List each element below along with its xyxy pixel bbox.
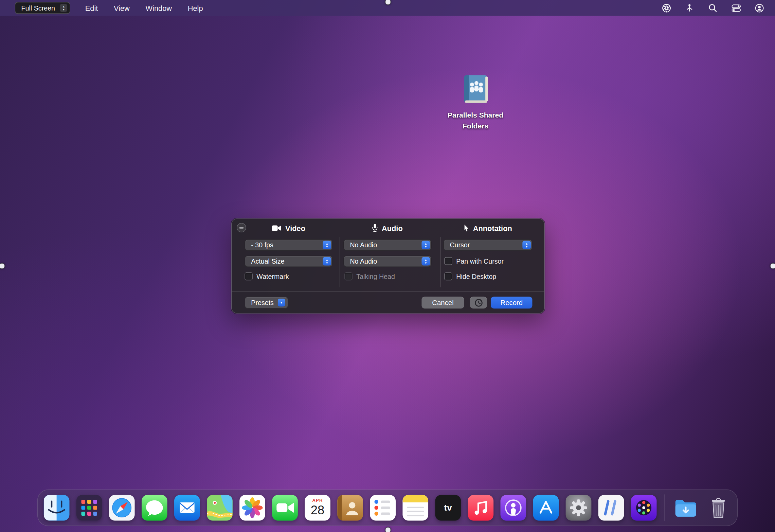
app-menus: Edit View Window Help xyxy=(85,4,203,12)
mail-icon[interactable] xyxy=(174,495,200,521)
region-handle-bottom[interactable] xyxy=(385,527,391,532)
apple-tv-icon[interactable]: tv xyxy=(435,495,461,521)
annotation-cursor-dropdown[interactable]: Cursor xyxy=(443,239,532,250)
launchpad-grid xyxy=(76,495,102,521)
parallels-desktop-icon[interactable] xyxy=(598,495,624,521)
presets-label: Presets xyxy=(251,299,274,306)
region-handle-right[interactable] xyxy=(770,263,775,269)
spotlight-search-icon[interactable] xyxy=(708,3,718,13)
stepper-icon xyxy=(278,299,285,306)
facetime-camera xyxy=(272,495,298,521)
capture-size-dropdown[interactable]: Actual Size xyxy=(245,255,332,267)
dock-divider xyxy=(665,494,665,521)
system-preferences-icon[interactable] xyxy=(566,495,592,521)
user-switch-icon[interactable] xyxy=(754,3,764,13)
trash-can xyxy=(706,495,732,521)
podcasts-icon[interactable] xyxy=(501,495,526,521)
full-screen-label: Full Screen xyxy=(21,4,55,12)
pan-with-cursor-checkbox[interactable]: Pan with Cursor xyxy=(444,257,504,265)
fps-dropdown[interactable]: - 30 fps xyxy=(245,239,332,250)
control-center-icon[interactable] xyxy=(731,3,741,13)
hide-desktop-checkbox[interactable]: Hide Desktop xyxy=(444,272,496,280)
notes-icon[interactable] xyxy=(402,495,428,521)
finder-face xyxy=(44,495,70,521)
annotation-section-header: Annotation xyxy=(443,223,532,233)
messages-icon[interactable] xyxy=(142,495,167,521)
audio-input-dropdown[interactable]: No Audio xyxy=(343,239,431,250)
envelope xyxy=(174,495,200,521)
cancel-button[interactable]: Cancel xyxy=(421,297,464,308)
footer-divider xyxy=(232,291,544,291)
cursor-arrow-icon xyxy=(464,224,469,232)
maps-icon[interactable] xyxy=(207,495,233,521)
checkbox-box xyxy=(245,272,252,280)
parallels-bars xyxy=(598,495,624,521)
photos-icon[interactable] xyxy=(239,495,265,521)
recording-config-panel: Video Audio Annotation - 30 fps No Audio xyxy=(231,218,545,313)
stepper-icon xyxy=(421,241,430,249)
safari-icon[interactable] xyxy=(109,495,135,521)
audio-input2-value: No Audio xyxy=(350,258,377,265)
menu-edit[interactable]: Edit xyxy=(85,4,98,12)
audio-section-title: Audio xyxy=(382,224,403,232)
launchpad-icon[interactable] xyxy=(76,495,102,521)
app-store-icon[interactable] xyxy=(533,495,559,521)
safari-compass xyxy=(109,495,135,521)
fps-value: - 30 fps xyxy=(251,241,273,249)
desktop-icon-parallels-shared-folders[interactable]: Parallels Shared Folders xyxy=(438,72,512,131)
trash-icon[interactable] xyxy=(706,495,732,521)
downloads-folder-icon[interactable] xyxy=(673,495,699,521)
audio-section-header: Audio xyxy=(343,223,431,233)
contacts-book xyxy=(337,495,363,521)
checkbox-box xyxy=(344,272,352,280)
annotation-section-title: Annotation xyxy=(473,224,512,232)
talking-head-label: Talking Head xyxy=(356,273,395,280)
antenna-icon[interactable] xyxy=(685,3,695,13)
microphone-icon xyxy=(372,224,378,232)
magnifier-glyph xyxy=(708,3,717,12)
reminders-icon[interactable] xyxy=(370,495,396,521)
shared-folders-book-icon xyxy=(458,72,493,107)
presets-button[interactable]: Presets xyxy=(245,297,288,308)
menu-view[interactable]: View xyxy=(114,4,130,12)
screenflow-icon[interactable] xyxy=(631,495,657,521)
photos-pinwheel xyxy=(239,495,265,521)
music-icon[interactable] xyxy=(468,495,493,521)
pan-with-cursor-label: Pan with Cursor xyxy=(456,258,504,265)
stepper-icon xyxy=(60,4,68,12)
clock-icon xyxy=(474,298,483,307)
toggles-glyph xyxy=(731,3,741,13)
notes-lines xyxy=(407,507,423,519)
finder-icon[interactable] xyxy=(44,495,70,521)
checkbox-box xyxy=(444,257,452,265)
podcasts-figure xyxy=(501,495,526,521)
desktop-wallpaper: Full Screen Edit View Window Help xyxy=(0,0,775,532)
record-button[interactable]: Record xyxy=(491,297,532,308)
watermark-label: Watermark xyxy=(256,273,289,280)
screenflow-shutter-icon[interactable] xyxy=(661,3,671,13)
timer-button[interactable] xyxy=(470,297,487,308)
checkbox-box xyxy=(444,272,452,280)
reminders-list xyxy=(370,495,396,521)
hide-desktop-label: Hide Desktop xyxy=(456,273,496,280)
menu-window[interactable]: Window xyxy=(145,4,172,12)
watermark-checkbox[interactable]: Watermark xyxy=(245,272,289,280)
region-handle-left[interactable] xyxy=(0,263,5,269)
contacts-icon[interactable] xyxy=(337,495,363,521)
column-divider xyxy=(340,237,340,287)
capture-size-value: Actual Size xyxy=(251,258,284,265)
calendar-day: 28 xyxy=(311,504,324,516)
full-screen-dropdown[interactable]: Full Screen xyxy=(15,2,70,14)
calendar-icon[interactable]: APR 28 xyxy=(305,495,330,521)
facetime-icon[interactable] xyxy=(272,495,298,521)
menu-status-icons xyxy=(661,3,768,13)
audio-input2-dropdown[interactable]: No Audio xyxy=(343,255,431,267)
video-section-title: Video xyxy=(285,224,305,232)
speech-bubble xyxy=(142,495,167,521)
user-glyph xyxy=(755,3,764,13)
annotation-cursor-value: Cursor xyxy=(450,241,470,249)
desktop-icon-label: Parallels Shared Folders xyxy=(438,110,512,132)
menu-help[interactable]: Help xyxy=(188,4,203,12)
minus-icon xyxy=(239,227,244,228)
music-note xyxy=(468,495,493,521)
